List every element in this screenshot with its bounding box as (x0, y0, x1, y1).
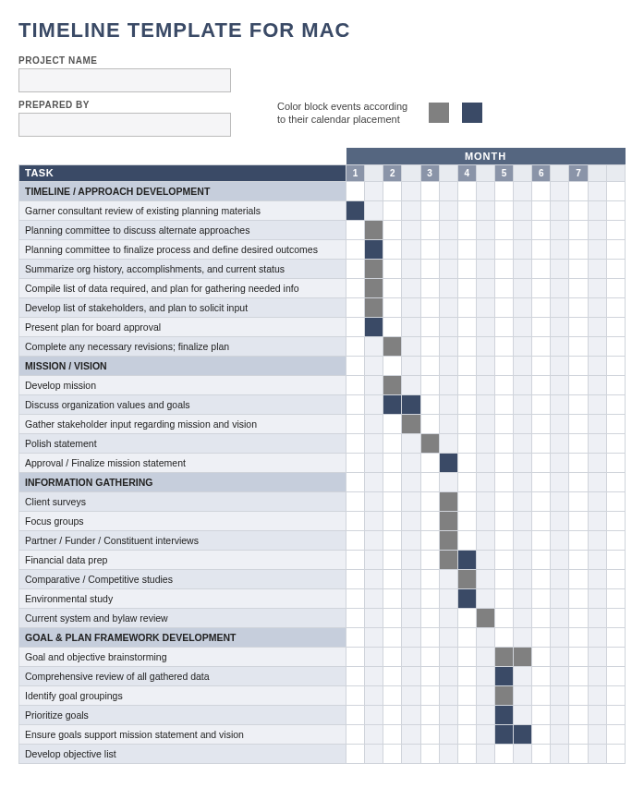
timeline-cell[interactable] (365, 569, 383, 588)
timeline-cell[interactable] (420, 666, 439, 685)
timeline-cell[interactable] (420, 530, 439, 550)
timeline-cell[interactable] (420, 647, 439, 666)
timeline-cell[interactable] (551, 278, 569, 297)
timeline-cell[interactable] (494, 472, 513, 491)
timeline-cell[interactable] (346, 588, 365, 608)
timeline-cell[interactable] (383, 666, 402, 685)
timeline-cell[interactable] (588, 588, 606, 608)
timeline-cell[interactable] (420, 336, 439, 356)
timeline-cell[interactable] (365, 724, 383, 744)
timeline-cell[interactable] (476, 239, 494, 259)
timeline-cell[interactable] (402, 433, 420, 453)
timeline-cell[interactable] (346, 705, 365, 724)
timeline-cell[interactable] (569, 336, 588, 356)
timeline-cell[interactable] (476, 511, 494, 530)
timeline-cell[interactable] (514, 220, 532, 239)
timeline-cell[interactable] (457, 608, 476, 627)
timeline-cell[interactable] (588, 259, 606, 278)
timeline-cell[interactable] (551, 511, 569, 530)
timeline-cell[interactable] (365, 627, 383, 647)
timeline-cell[interactable] (532, 433, 551, 453)
timeline-cell[interactable] (420, 511, 439, 530)
timeline-cell[interactable] (551, 588, 569, 608)
timeline-cell[interactable] (588, 200, 606, 220)
timeline-cell[interactable] (569, 375, 588, 394)
timeline-cell[interactable] (457, 588, 476, 608)
timeline-cell[interactable] (494, 414, 513, 433)
timeline-cell[interactable] (402, 705, 420, 724)
timeline-cell[interactable] (476, 550, 494, 569)
timeline-cell[interactable] (476, 453, 494, 472)
timeline-cell[interactable] (532, 356, 551, 375)
timeline-cell[interactable] (346, 394, 365, 414)
timeline-cell[interactable] (476, 433, 494, 453)
timeline-cell[interactable] (365, 550, 383, 569)
timeline-cell[interactable] (383, 239, 402, 259)
timeline-cell[interactable] (457, 627, 476, 647)
timeline-cell[interactable] (383, 491, 402, 511)
timeline-cell[interactable] (365, 239, 383, 259)
timeline-cell[interactable] (402, 220, 420, 239)
timeline-cell[interactable] (402, 491, 420, 511)
timeline-cell[interactable] (551, 317, 569, 336)
timeline-cell[interactable] (439, 453, 457, 472)
timeline-cell[interactable] (606, 491, 625, 511)
timeline-cell[interactable] (365, 259, 383, 278)
timeline-cell[interactable] (551, 433, 569, 453)
timeline-cell[interactable] (532, 297, 551, 317)
timeline-cell[interactable] (514, 414, 532, 433)
timeline-cell[interactable] (514, 685, 532, 705)
timeline-cell[interactable] (457, 453, 476, 472)
timeline-cell[interactable] (494, 317, 513, 336)
timeline-cell[interactable] (365, 317, 383, 336)
timeline-cell[interactable] (569, 394, 588, 414)
timeline-cell[interactable] (346, 627, 365, 647)
timeline-cell[interactable] (569, 530, 588, 550)
timeline-cell[interactable] (606, 705, 625, 724)
timeline-cell[interactable] (420, 297, 439, 317)
timeline-cell[interactable] (439, 530, 457, 550)
timeline-cell[interactable] (439, 685, 457, 705)
timeline-cell[interactable] (457, 724, 476, 744)
timeline-cell[interactable] (402, 278, 420, 297)
timeline-cell[interactable] (588, 414, 606, 433)
timeline-cell[interactable] (606, 433, 625, 453)
timeline-cell[interactable] (569, 297, 588, 317)
timeline-cell[interactable] (569, 666, 588, 685)
timeline-cell[interactable] (532, 685, 551, 705)
timeline-cell[interactable] (606, 453, 625, 472)
timeline-cell[interactable] (532, 724, 551, 744)
timeline-cell[interactable] (588, 278, 606, 297)
timeline-cell[interactable] (514, 491, 532, 511)
timeline-cell[interactable] (402, 181, 420, 200)
timeline-cell[interactable] (420, 685, 439, 705)
timeline-cell[interactable] (439, 220, 457, 239)
timeline-cell[interactable] (383, 433, 402, 453)
timeline-cell[interactable] (402, 336, 420, 356)
timeline-cell[interactable] (476, 200, 494, 220)
timeline-cell[interactable] (346, 356, 365, 375)
timeline-cell[interactable] (383, 336, 402, 356)
timeline-cell[interactable] (420, 472, 439, 491)
timeline-cell[interactable] (551, 336, 569, 356)
timeline-cell[interactable] (383, 317, 402, 336)
timeline-cell[interactable] (420, 744, 439, 763)
timeline-cell[interactable] (346, 744, 365, 763)
timeline-cell[interactable] (569, 472, 588, 491)
timeline-cell[interactable] (514, 453, 532, 472)
timeline-cell[interactable] (551, 627, 569, 647)
timeline-cell[interactable] (365, 530, 383, 550)
timeline-cell[interactable] (494, 278, 513, 297)
timeline-cell[interactable] (551, 239, 569, 259)
timeline-cell[interactable] (365, 433, 383, 453)
timeline-cell[interactable] (532, 336, 551, 356)
timeline-cell[interactable] (588, 356, 606, 375)
timeline-cell[interactable] (457, 336, 476, 356)
timeline-cell[interactable] (514, 705, 532, 724)
timeline-cell[interactable] (494, 530, 513, 550)
timeline-cell[interactable] (346, 472, 365, 491)
timeline-cell[interactable] (588, 511, 606, 530)
timeline-cell[interactable] (588, 647, 606, 666)
timeline-cell[interactable] (457, 491, 476, 511)
timeline-cell[interactable] (476, 472, 494, 491)
